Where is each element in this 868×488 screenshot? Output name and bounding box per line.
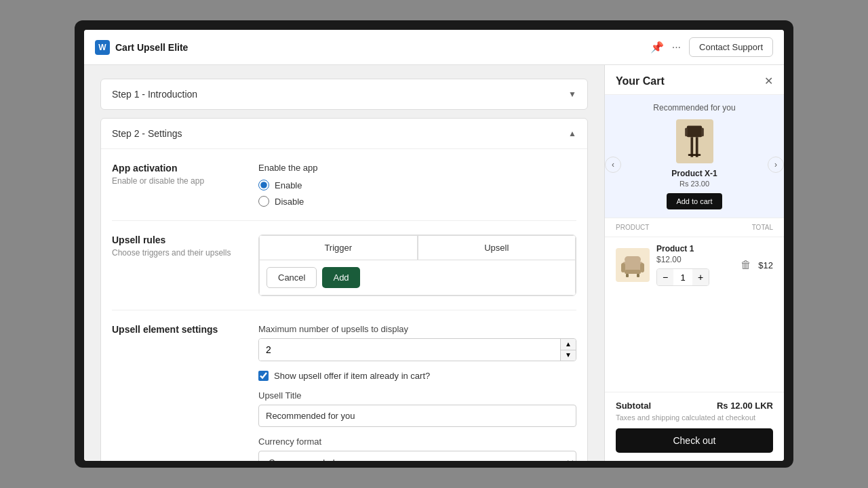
upsell-rules-label-col: Upsell rules Choose triggers and their u… [112, 235, 248, 296]
step2-arrow: ▲ [568, 129, 576, 138]
recommended-title: Recommended for you [605, 103, 784, 113]
cart-item-info: Product 1 $12.00 − 1 + [656, 244, 734, 286]
upsell-element-label-col: Upsell element settings [112, 324, 248, 461]
main-content: Step 1 - Introduction ▼ Step 2 - Setting… [84, 65, 784, 461]
cart-item-total: $12 [758, 260, 773, 270]
cart-item: Product 1 $12.00 − 1 + 🗑 $12 [605, 237, 784, 293]
taxes-note: Taxes and shipping calculated at checkou… [616, 413, 773, 422]
spinner-up[interactable]: ▲ [561, 339, 576, 350]
upsell-element-title: Upsell element settings [112, 324, 248, 335]
upsell-title-label: Upsell Title [258, 390, 576, 401]
step2-header[interactable]: Step 2 - Settings ▲ [101, 119, 587, 148]
app-activation-title: App activation [112, 163, 248, 174]
trigger-column-header: Trigger [259, 235, 418, 260]
left-panel: Step 1 - Introduction ▼ Step 2 - Setting… [84, 65, 604, 461]
enable-disable-radio-group: Enable Disable [258, 180, 576, 207]
upsell-rules-title: Upsell rules [112, 235, 248, 245]
app-activation-section: App activation Enable or disable the app… [112, 149, 576, 221]
upsell-rules-section: Upsell rules Choose triggers and their u… [112, 221, 576, 310]
svg-rect-11 [637, 274, 639, 277]
armchair-svg [619, 251, 646, 279]
svg-rect-5 [701, 127, 704, 136]
cancel-button[interactable]: Cancel [267, 267, 317, 288]
qty-value: 1 [673, 272, 692, 283]
carousel-next-button[interactable]: › [768, 157, 784, 173]
app-activation-label-col: App activation Enable or disable the app [112, 163, 248, 207]
product-col-header: PRODUCT [616, 224, 649, 231]
add-button[interactable]: Add [322, 267, 359, 288]
disable-radio[interactable] [258, 196, 269, 207]
more-icon[interactable]: ··· [672, 41, 681, 54]
enable-app-label: Enable the app [258, 163, 576, 173]
upsell-element-settings-section: Upsell element settings Maximum number o… [112, 310, 576, 461]
top-bar-right: 📌 ··· Contact Support [650, 37, 773, 57]
qty-increase-button[interactable]: + [692, 269, 709, 285]
cart-title: Your Cart [616, 75, 665, 87]
step2-body: App activation Enable or disable the app… [101, 148, 587, 461]
cart-footer: Subtotal Rs 12.00 LKR Taxes and shipping… [605, 392, 784, 461]
spinner-down[interactable]: ▼ [561, 350, 576, 361]
upsell-element-controls: Maximum number of upsells to display ▲ ▼ [258, 324, 576, 461]
qty-decrease-button[interactable]: − [657, 269, 673, 285]
enable-option[interactable]: Enable [258, 180, 576, 190]
disable-label: Disable [275, 197, 304, 207]
svg-rect-3 [688, 154, 701, 156]
enable-radio[interactable] [258, 180, 269, 190]
show-if-in-cart-checkbox[interactable] [258, 371, 269, 381]
max-upsells-input[interactable] [259, 339, 560, 361]
product-carousel: ‹ [605, 119, 784, 209]
app-activation-controls: Enable the app Enable Disable [258, 163, 576, 207]
pin-icon[interactable]: 📌 [650, 41, 664, 54]
step1-label: Step 1 - Introduction [112, 89, 197, 100]
svg-rect-8 [621, 263, 625, 272]
cart-item-image [616, 248, 650, 282]
max-upsells-input-wrap: ▲ ▼ [258, 338, 576, 361]
cart-item-price: $12.00 [656, 255, 734, 264]
product-x1-name: Product X-1 [671, 169, 717, 178]
svg-rect-10 [626, 274, 629, 277]
max-upsells-label: Maximum number of upsells to display [258, 324, 576, 334]
svg-rect-12 [625, 256, 641, 263]
product-x1-price: Rs 23.00 [679, 180, 709, 188]
carousel-prev-button[interactable]: ‹ [605, 157, 621, 173]
disable-option[interactable]: Disable [258, 196, 576, 207]
svg-rect-0 [687, 126, 702, 138]
svg-rect-7 [625, 270, 641, 274]
show-if-in-cart-row[interactable]: Show upsell offer if item already in car… [258, 371, 576, 381]
add-to-cart-button[interactable]: Add to cart [667, 193, 722, 209]
trigger-upsell-table: Trigger Upsell Cancel Add [258, 235, 576, 296]
close-cart-button[interactable]: ✕ [764, 75, 773, 87]
step1-header[interactable]: Step 1 - Introduction ▼ [101, 79, 587, 109]
app-logo: W Cart Upsell Elite [95, 40, 188, 55]
upsell-title-input[interactable] [258, 405, 576, 427]
recommended-section: Recommended for you ‹ [605, 95, 784, 218]
svg-rect-9 [640, 263, 644, 272]
cart-table-header: PRODUCT TOTAL [605, 218, 784, 237]
number-spinners: ▲ ▼ [560, 339, 576, 361]
product-x1-card: Product X-1 Rs 23.00 Add to cart [621, 119, 768, 209]
step2-accordion: Step 2 - Settings ▲ App activation Enabl… [100, 118, 588, 461]
cart-header: Your Cart ✕ [605, 65, 784, 95]
delete-item-button[interactable]: 🗑 [741, 259, 751, 271]
app-activation-desc: Enable or disable the app [112, 176, 248, 186]
trigger-table-header: Trigger Upsell [259, 235, 576, 260]
currency-format-label: Currency format [258, 436, 576, 447]
currency-format-select[interactable]: Currency symbol Currency code None [258, 451, 576, 461]
step2-label: Step 2 - Settings [112, 128, 182, 139]
enable-label: Enable [275, 180, 302, 190]
step1-accordion: Step 1 - Introduction ▼ [100, 79, 588, 110]
show-if-in-cart-label: Show upsell offer if item already in car… [274, 371, 430, 381]
upsell-column-header: Upsell [418, 235, 576, 260]
checkout-button[interactable]: Check out [616, 428, 773, 453]
total-col-header: TOTAL [752, 224, 773, 231]
app-title: Cart Upsell Elite [115, 42, 188, 53]
subtotal-amount: Rs 12.00 LKR [717, 401, 773, 411]
upsell-rules-desc: Choose triggers and their upsells [112, 248, 248, 258]
product-x1-image [676, 119, 713, 163]
cart-preview-panel: Your Cart ✕ Recommended for you ‹ [604, 65, 784, 461]
qty-controls: − 1 + [656, 268, 709, 286]
trigger-table-actions: Cancel Add [259, 260, 576, 296]
contact-support-button[interactable]: Contact Support [689, 37, 773, 57]
cart-item-name: Product 1 [656, 244, 734, 253]
svg-rect-4 [685, 127, 688, 136]
